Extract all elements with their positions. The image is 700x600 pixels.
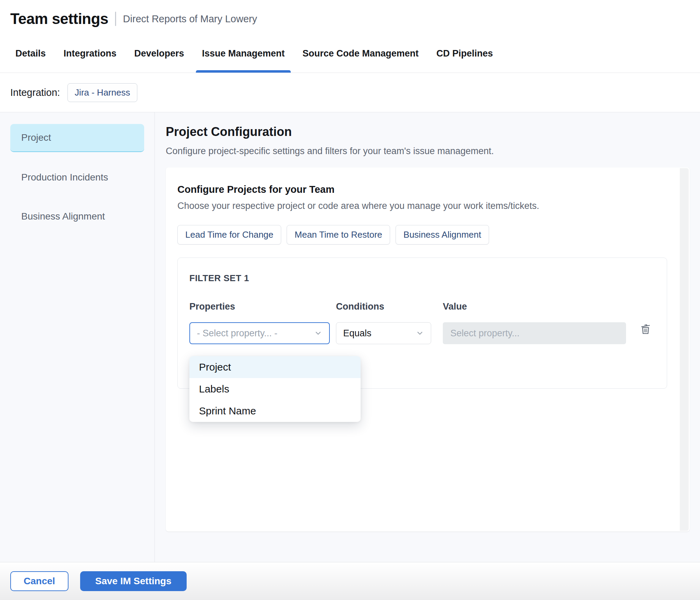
cancel-button[interactable]: Cancel [10, 571, 68, 591]
integration-row: Integration: Jira - Harness [0, 73, 700, 112]
configure-projects-card: Configure Projects for your Team Choose … [166, 167, 690, 532]
condition-select[interactable]: Equals [336, 322, 431, 344]
tab-integrations[interactable]: Integrations [64, 34, 117, 73]
main-band: Project Production Incidents Business Al… [0, 112, 700, 562]
content-area: Project Configuration Configure project-… [155, 112, 700, 562]
tab-developers[interactable]: Developers [134, 34, 184, 73]
properties-column: Properties - Select property... - Projec… [189, 301, 330, 344]
footer-bar: Cancel Save IM Settings [0, 562, 700, 600]
page-header: Team settings Direct Reports of Mary Low… [0, 0, 700, 34]
property-select[interactable]: - Select property... - [189, 322, 330, 344]
conditions-column: Conditions Equals [336, 301, 431, 344]
settings-sidebar: Project Production Incidents Business Al… [0, 112, 155, 562]
filter-row: Properties - Select property... - Projec… [189, 301, 655, 344]
dropdown-option-labels[interactable]: Labels [189, 378, 361, 400]
condition-select-value: Equals [343, 328, 372, 339]
save-im-settings-button[interactable]: Save IM Settings [80, 571, 187, 591]
section-title: Project Configuration [166, 125, 690, 139]
card-scrollbar-track[interactable] [680, 168, 689, 531]
tab-details[interactable]: Details [15, 34, 46, 73]
chevron-down-icon [314, 329, 322, 337]
chip-business-alignment[interactable]: Business Alignment [396, 225, 489, 245]
filter-set-1: FILTER SET 1 Properties - Select propert… [177, 258, 667, 389]
properties-column-header: Properties [189, 301, 330, 312]
tab-bar: Details Integrations Developers Issue Ma… [0, 34, 700, 73]
sidebar-item-production-incidents[interactable]: Production Incidents [10, 164, 144, 191]
tab-issue-management[interactable]: Issue Management [202, 34, 285, 73]
property-dropdown-menu: Project Labels Sprint Name [189, 356, 361, 422]
integration-label: Integration: [10, 87, 60, 98]
metric-chip-row: Lead Time for Change Mean Time to Restor… [177, 225, 667, 245]
filter-set-title: FILTER SET 1 [189, 273, 655, 284]
section-description: Configure project-specific settings and … [166, 146, 690, 157]
sidebar-item-project[interactable]: Project [10, 124, 144, 152]
trash-icon [639, 323, 652, 336]
integration-chip[interactable]: Jira - Harness [67, 83, 137, 102]
sidebar-item-business-alignment[interactable]: Business Alignment [10, 203, 144, 230]
delete-filter-button[interactable] [639, 319, 652, 337]
tab-cd-pipelines[interactable]: CD Pipelines [436, 34, 493, 73]
dropdown-option-project[interactable]: Project [189, 356, 361, 378]
chevron-down-icon [416, 329, 424, 337]
page-title: Team settings [10, 10, 108, 27]
value-input[interactable] [443, 322, 626, 344]
title-divider [115, 12, 116, 26]
chip-lead-time-for-change[interactable]: Lead Time for Change [177, 225, 281, 245]
dropdown-option-sprint-name[interactable]: Sprint Name [189, 400, 361, 422]
tab-source-code-management[interactable]: Source Code Management [302, 34, 418, 73]
card-title: Configure Projects for your Team [177, 184, 667, 195]
card-description: Choose your respective project or code a… [177, 201, 667, 211]
property-select-placeholder: - Select property... - [197, 328, 277, 339]
conditions-column-header: Conditions [336, 301, 431, 312]
chip-mean-time-to-restore[interactable]: Mean Time to Restore [287, 225, 390, 245]
value-column-header: Value [443, 301, 626, 312]
page-subtitle: Direct Reports of Mary Lowery [123, 13, 257, 25]
value-column: Value [443, 301, 626, 344]
